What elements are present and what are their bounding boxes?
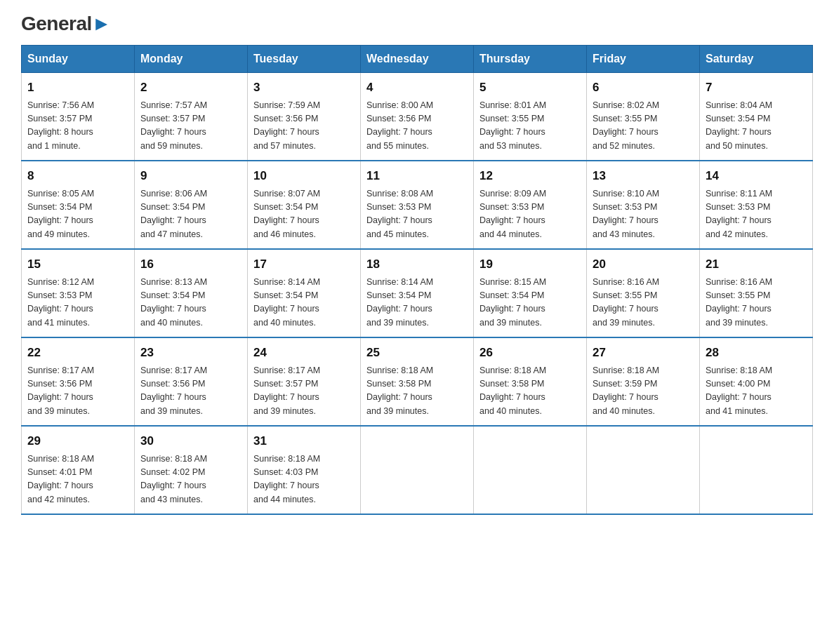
day-info: Sunrise: 8:04 AMSunset: 3:54 PMDaylight:… — [706, 99, 807, 154]
day-info: Sunrise: 8:16 AMSunset: 3:55 PMDaylight:… — [593, 276, 694, 330]
day-info: Sunrise: 8:17 AMSunset: 3:56 PMDaylight:… — [140, 364, 241, 419]
day-info: Sunrise: 8:17 AMSunset: 3:56 PMDaylight:… — [27, 364, 128, 419]
day-info: Sunrise: 8:18 AMSunset: 4:00 PMDaylight:… — [706, 364, 807, 419]
calendar-cell: 24Sunrise: 8:17 AMSunset: 3:57 PMDayligh… — [248, 337, 361, 426]
day-number: 18 — [366, 255, 468, 274]
day-number: 26 — [479, 344, 581, 362]
calendar-cell: 20Sunrise: 8:16 AMSunset: 3:55 PMDayligh… — [587, 249, 700, 337]
day-info: Sunrise: 7:59 AMSunset: 3:56 PMDaylight:… — [253, 99, 355, 154]
calendar-cell: 25Sunrise: 8:18 AMSunset: 3:58 PMDayligh… — [361, 337, 474, 426]
day-number: 3 — [253, 79, 355, 97]
calendar-cell: 10Sunrise: 8:07 AMSunset: 3:54 PMDayligh… — [248, 161, 361, 249]
day-info: Sunrise: 8:18 AMSunset: 4:01 PMDaylight:… — [27, 452, 128, 507]
calendar-cell — [361, 426, 474, 514]
day-number: 14 — [706, 167, 807, 185]
day-info: Sunrise: 8:06 AMSunset: 3:54 PMDaylight:… — [140, 187, 241, 242]
day-info: Sunrise: 8:18 AMSunset: 4:02 PMDaylight:… — [140, 452, 241, 507]
day-info: Sunrise: 8:15 AMSunset: 3:54 PMDaylight:… — [479, 276, 581, 330]
calendar-cell: 29Sunrise: 8:18 AMSunset: 4:01 PMDayligh… — [22, 426, 135, 514]
day-number: 31 — [253, 432, 355, 450]
day-number: 25 — [366, 344, 468, 362]
day-number: 2 — [140, 79, 241, 97]
calendar-cell: 16Sunrise: 8:13 AMSunset: 3:54 PMDayligh… — [135, 249, 248, 337]
calendar-week-row: 15Sunrise: 8:12 AMSunset: 3:53 PMDayligh… — [22, 249, 813, 337]
col-header-sunday: Sunday — [22, 46, 135, 73]
day-info: Sunrise: 8:11 AMSunset: 3:53 PMDaylight:… — [706, 187, 807, 242]
calendar-cell: 15Sunrise: 8:12 AMSunset: 3:53 PMDayligh… — [22, 249, 135, 337]
calendar-cell — [700, 426, 813, 514]
day-info: Sunrise: 8:14 AMSunset: 3:54 PMDaylight:… — [253, 276, 355, 330]
calendar-cell: 30Sunrise: 8:18 AMSunset: 4:02 PMDayligh… — [135, 426, 248, 514]
day-info: Sunrise: 7:56 AMSunset: 3:57 PMDaylight:… — [27, 99, 128, 154]
day-info: Sunrise: 8:13 AMSunset: 3:54 PMDaylight:… — [140, 276, 241, 330]
day-number: 15 — [27, 255, 128, 274]
page-header: General► — [21, 14, 813, 32]
day-number: 29 — [27, 432, 128, 450]
day-info: Sunrise: 8:08 AMSunset: 3:53 PMDaylight:… — [366, 187, 468, 242]
day-info: Sunrise: 8:18 AMSunset: 4:03 PMDaylight:… — [253, 452, 355, 507]
col-header-tuesday: Tuesday — [248, 46, 361, 73]
calendar-cell: 12Sunrise: 8:09 AMSunset: 3:53 PMDayligh… — [474, 161, 587, 249]
col-header-thursday: Thursday — [474, 46, 587, 73]
calendar-week-row: 1Sunrise: 7:56 AMSunset: 3:57 PMDaylight… — [22, 73, 813, 161]
calendar-header-row: SundayMondayTuesdayWednesdayThursdayFrid… — [22, 46, 813, 73]
day-number: 9 — [140, 167, 241, 185]
day-info: Sunrise: 8:09 AMSunset: 3:53 PMDaylight:… — [479, 187, 581, 242]
calendar-cell — [587, 426, 700, 514]
col-header-monday: Monday — [135, 46, 248, 73]
calendar-cell: 11Sunrise: 8:08 AMSunset: 3:53 PMDayligh… — [361, 161, 474, 249]
logo-general-text: General► — [21, 14, 111, 34]
day-info: Sunrise: 8:12 AMSunset: 3:53 PMDaylight:… — [27, 276, 128, 330]
day-info: Sunrise: 8:18 AMSunset: 3:59 PMDaylight:… — [593, 364, 694, 419]
calendar-cell: 14Sunrise: 8:11 AMSunset: 3:53 PMDayligh… — [700, 161, 813, 249]
day-number: 13 — [593, 167, 694, 185]
calendar-table: SundayMondayTuesdayWednesdayThursdayFrid… — [21, 45, 813, 515]
day-info: Sunrise: 8:18 AMSunset: 3:58 PMDaylight:… — [366, 364, 468, 419]
calendar-cell — [474, 426, 587, 514]
day-info: Sunrise: 8:05 AMSunset: 3:54 PMDaylight:… — [27, 187, 128, 242]
day-info: Sunrise: 8:16 AMSunset: 3:55 PMDaylight:… — [706, 276, 807, 330]
calendar-cell: 5Sunrise: 8:01 AMSunset: 3:55 PMDaylight… — [474, 73, 587, 161]
calendar-cell: 4Sunrise: 8:00 AMSunset: 3:56 PMDaylight… — [361, 73, 474, 161]
day-info: Sunrise: 8:17 AMSunset: 3:57 PMDaylight:… — [253, 364, 355, 419]
day-number: 5 — [479, 79, 581, 97]
calendar-cell: 1Sunrise: 7:56 AMSunset: 3:57 PMDaylight… — [22, 73, 135, 161]
calendar-week-row: 29Sunrise: 8:18 AMSunset: 4:01 PMDayligh… — [22, 426, 813, 514]
calendar-cell: 23Sunrise: 8:17 AMSunset: 3:56 PMDayligh… — [135, 337, 248, 426]
col-header-wednesday: Wednesday — [361, 46, 474, 73]
calendar-cell: 21Sunrise: 8:16 AMSunset: 3:55 PMDayligh… — [700, 249, 813, 337]
day-number: 21 — [706, 255, 807, 274]
day-number: 19 — [479, 255, 581, 274]
day-info: Sunrise: 8:01 AMSunset: 3:55 PMDaylight:… — [479, 99, 581, 154]
calendar-week-row: 22Sunrise: 8:17 AMSunset: 3:56 PMDayligh… — [22, 337, 813, 426]
day-number: 17 — [253, 255, 355, 274]
calendar-cell: 31Sunrise: 8:18 AMSunset: 4:03 PMDayligh… — [248, 426, 361, 514]
calendar-cell: 28Sunrise: 8:18 AMSunset: 4:00 PMDayligh… — [700, 337, 813, 426]
col-header-saturday: Saturday — [700, 46, 813, 73]
calendar-cell: 2Sunrise: 7:57 AMSunset: 3:57 PMDaylight… — [135, 73, 248, 161]
logo: General► — [21, 14, 111, 32]
calendar-cell: 18Sunrise: 8:14 AMSunset: 3:54 PMDayligh… — [361, 249, 474, 337]
day-info: Sunrise: 8:18 AMSunset: 3:58 PMDaylight:… — [479, 364, 581, 419]
day-number: 12 — [479, 167, 581, 185]
day-number: 28 — [706, 344, 807, 362]
day-info: Sunrise: 8:00 AMSunset: 3:56 PMDaylight:… — [366, 99, 468, 154]
day-number: 4 — [366, 79, 468, 97]
col-header-friday: Friday — [587, 46, 700, 73]
calendar-cell: 17Sunrise: 8:14 AMSunset: 3:54 PMDayligh… — [248, 249, 361, 337]
calendar-cell: 26Sunrise: 8:18 AMSunset: 3:58 PMDayligh… — [474, 337, 587, 426]
calendar-cell: 27Sunrise: 8:18 AMSunset: 3:59 PMDayligh… — [587, 337, 700, 426]
calendar-cell: 9Sunrise: 8:06 AMSunset: 3:54 PMDaylight… — [135, 161, 248, 249]
day-number: 10 — [253, 167, 355, 185]
day-info: Sunrise: 7:57 AMSunset: 3:57 PMDaylight:… — [140, 99, 241, 154]
day-info: Sunrise: 8:14 AMSunset: 3:54 PMDaylight:… — [366, 276, 468, 330]
calendar-cell: 7Sunrise: 8:04 AMSunset: 3:54 PMDaylight… — [700, 73, 813, 161]
day-number: 1 — [27, 79, 128, 97]
calendar-cell: 3Sunrise: 7:59 AMSunset: 3:56 PMDaylight… — [248, 73, 361, 161]
day-number: 23 — [140, 344, 241, 362]
day-number: 27 — [593, 344, 694, 362]
day-number: 11 — [366, 167, 468, 185]
calendar-cell: 6Sunrise: 8:02 AMSunset: 3:55 PMDaylight… — [587, 73, 700, 161]
day-info: Sunrise: 8:02 AMSunset: 3:55 PMDaylight:… — [593, 99, 694, 154]
day-number: 7 — [706, 79, 807, 97]
